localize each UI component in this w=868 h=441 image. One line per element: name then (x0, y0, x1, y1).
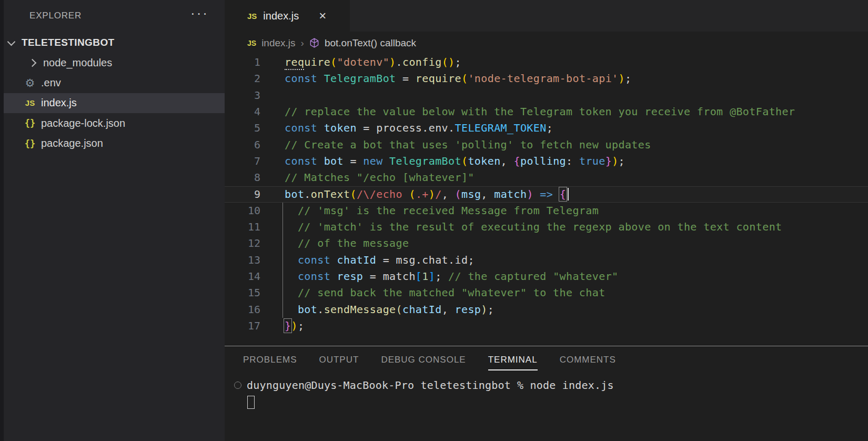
project-name: TELETESTINGBOT (22, 37, 115, 48)
bottom-panel: PROBLEMSOUTPUTDEBUG CONSOLETERMINALCOMME… (225, 346, 868, 441)
file-list: node_modules⚙.envJSindex.js{}package-loc… (0, 53, 225, 154)
breadcrumb-symbol[interactable]: bot.onText() callback (325, 37, 416, 49)
js-file-icon: JS (247, 39, 256, 47)
line-number[interactable]: 16 (225, 302, 260, 318)
code-line-1[interactable]: 1require("dotenv").config(); (225, 54, 868, 71)
code-line-10[interactable]: 10 // 'msg' is the received Message from… (225, 203, 868, 219)
line-content: // Matches "/echo [whatever]" (285, 169, 475, 186)
more-actions-icon[interactable]: ··· (190, 5, 209, 22)
line-number[interactable]: 6 (225, 137, 260, 153)
line-number[interactable]: 5 (225, 120, 260, 136)
line-number[interactable]: 14 (225, 268, 260, 285)
line-content: const resp = match[1]; // the captured "… (285, 268, 619, 285)
code-line-14[interactable]: 14 const resp = match[1]; // the capture… (225, 268, 868, 285)
explorer-header: EXPLORER ··· (0, 0, 225, 33)
line-number[interactable]: 15 (225, 285, 260, 301)
json-braces-icon: {} (21, 118, 39, 128)
code-line-15[interactable]: 15 // send back the matched "whatever" t… (225, 285, 868, 301)
code-line-3[interactable]: 3 (225, 87, 868, 104)
code-line-9[interactable]: 9bot.onText(/\/echo (.+)/, (msg, match) … (225, 186, 868, 203)
terminal[interactable]: duynguyen@Duys-MacBook-Pro teletestingbo… (225, 377, 868, 410)
code-line-17[interactable]: 17}); (225, 318, 868, 334)
line-content: const bot = new TelegramBot(token, {poll… (285, 153, 625, 169)
line-number[interactable]: 2 (225, 71, 260, 87)
code-line-4[interactable]: 4// replace the value below with the Tel… (225, 104, 868, 120)
line-content: // of the message (285, 235, 409, 252)
code-line-12[interactable]: 12 // of the message (225, 235, 868, 252)
close-icon[interactable]: × (319, 9, 326, 22)
panel-tab-debug-console[interactable]: DEBUG CONSOLE (381, 355, 466, 370)
panel-tab-terminal[interactable]: TERMINAL (488, 355, 538, 370)
json-braces-icon: {} (21, 138, 39, 149)
line-number[interactable]: 3 (225, 87, 260, 104)
code-line-5[interactable]: 5const token = process.env.TELEGRAM_TOKE… (225, 120, 868, 136)
js-file-icon: JS (21, 98, 39, 107)
file-item-label: package.json (41, 137, 103, 149)
active-indent-guide (282, 203, 283, 318)
chevron-right-icon (23, 60, 41, 66)
tab-index-js[interactable]: JS index.js × (225, 0, 350, 32)
panel-tab-problems[interactable]: PROBLEMS (243, 355, 297, 370)
js-file-icon: JS (247, 12, 257, 21)
panel-tab-comments[interactable]: COMMENTS (560, 355, 616, 370)
code-line-8[interactable]: 8// Matches "/echo [whatever]" (225, 169, 868, 186)
file-item-index-js[interactable]: JSindex.js (0, 93, 225, 113)
tab-label: index.js (263, 10, 299, 22)
panel-tabs: PROBLEMSOUTPUTDEBUG CONSOLETERMINALCOMME… (225, 346, 868, 370)
terminal-cursor-row (231, 394, 868, 410)
line-number[interactable]: 17 (225, 318, 260, 334)
line-content: // send back the matched "whatever" to t… (285, 285, 605, 301)
gear-icon: ⚙ (21, 77, 39, 89)
line-content: require("dotenv").config(); (285, 54, 461, 71)
terminal-cursor (247, 396, 255, 409)
line-content: bot.sendMessage(chatId, resp); (285, 302, 494, 318)
line-number[interactable]: 12 (225, 235, 260, 252)
text-cursor (568, 188, 569, 201)
explorer-sidebar: EXPLORER ··· TELETESTINGBOT node_modules… (0, 0, 225, 441)
code-line-13[interactable]: 13 const chatId = msg.chat.id; (225, 252, 868, 268)
line-content: // 'match' is the result of executing th… (285, 219, 782, 235)
code-line-7[interactable]: 7const bot = new TelegramBot(token, {pol… (225, 153, 868, 169)
file-item-package-lock-json[interactable]: {}package-lock.json (0, 113, 225, 133)
vscode-window: EXPLORER ··· TELETESTINGBOT node_modules… (0, 0, 868, 441)
line-content: const chatId = msg.chat.id; (285, 252, 475, 268)
line-number[interactable]: 9 (225, 186, 260, 203)
tab-bar: JS index.js × (225, 0, 868, 32)
code-line-2[interactable]: 2const TelegramBot = require('node-teleg… (225, 71, 868, 87)
breadcrumb: JS index.js › bot.onText() callback (225, 32, 868, 54)
file-item-label: .env (41, 77, 61, 89)
code-editor[interactable]: 1require("dotenv").config();2const Teleg… (225, 54, 868, 346)
project-root-teletestingbot[interactable]: TELETESTINGBOT (0, 33, 225, 53)
line-content: // replace the value below with the Tele… (285, 104, 795, 120)
file-item-label: index.js (41, 97, 77, 109)
line-number[interactable]: 7 (225, 153, 260, 169)
line-content: const token = process.env.TELEGRAM_TOKEN… (285, 120, 553, 136)
window-edge (0, 0, 4, 441)
symbol-cube-icon (309, 38, 319, 48)
line-number[interactable]: 13 (225, 252, 260, 268)
line-number[interactable]: 11 (225, 219, 260, 235)
file-item-label: package-lock.json (41, 117, 125, 129)
line-number[interactable]: 1 (225, 54, 260, 71)
line-number[interactable]: 8 (225, 169, 260, 186)
line-number[interactable]: 10 (225, 203, 260, 219)
command-decoration-icon[interactable] (234, 382, 241, 389)
line-content: }); (285, 318, 304, 334)
file-item-package-json[interactable]: {}package.json (0, 134, 225, 154)
terminal-prompt-row: duynguyen@Duys-MacBook-Pro teletestingbo… (231, 377, 868, 394)
code-line-11[interactable]: 11 // 'match' is the result of executing… (225, 219, 868, 235)
code-line-16[interactable]: 16 bot.sendMessage(chatId, resp); (225, 302, 868, 318)
line-content: // 'msg' is the received Message from Te… (285, 203, 599, 219)
panel-tab-output[interactable]: OUTPUT (319, 355, 359, 370)
file-item-node-modules[interactable]: node_modules (0, 53, 225, 73)
line-content: bot.onText(/\/echo (.+)/, (msg, match) =… (285, 186, 569, 203)
line-number[interactable]: 4 (225, 104, 260, 120)
code-line-6[interactable]: 6// Create a bot that uses 'polling' to … (225, 137, 868, 153)
terminal-prompt-text: duynguyen@Duys-MacBook-Pro teletestingbo… (247, 379, 614, 392)
line-content: const TelegramBot = require('node-telegr… (285, 71, 631, 87)
file-item--env[interactable]: ⚙.env (0, 73, 225, 93)
line-content: // Create a bot that uses 'polling' to f… (285, 137, 651, 153)
file-item-label: node_modules (43, 57, 112, 69)
breadcrumb-separator: › (301, 37, 304, 49)
breadcrumb-file[interactable]: index.js (261, 37, 295, 49)
